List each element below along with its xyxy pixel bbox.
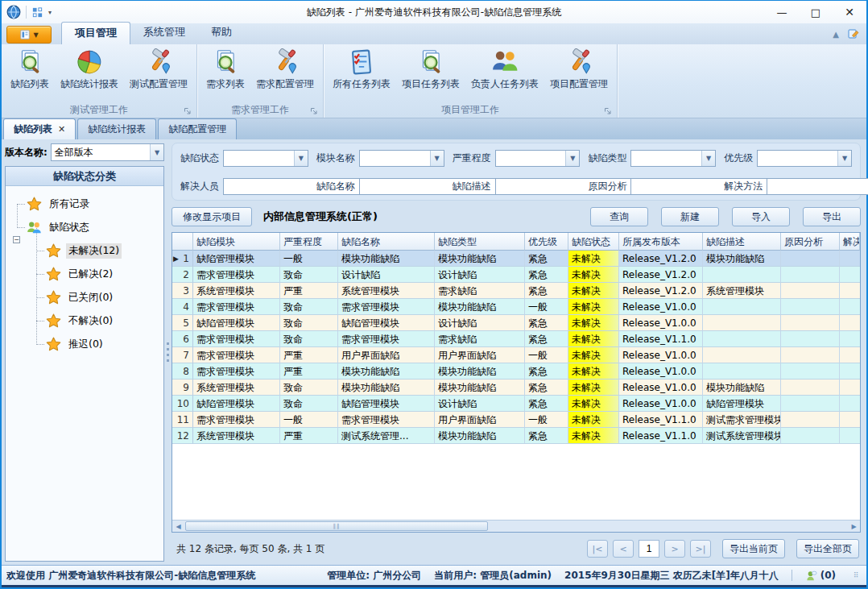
table-row[interactable]: 12系统管理模块严重测试系统管理...模块功能缺陷紧急未解决Release_V1… bbox=[172, 428, 860, 444]
modify-display-items-button[interactable]: 修改显示项目 bbox=[172, 207, 252, 226]
new-button[interactable]: 新建 bbox=[661, 207, 719, 226]
owner-task-list-button[interactable]: 负责人任务列表 bbox=[465, 46, 544, 93]
row-header-cell[interactable]: 4 bbox=[172, 299, 193, 315]
resize-grip[interactable]: ⠿ bbox=[854, 571, 862, 579]
table-row[interactable]: 8需求管理模块严重模块功能缺陷模块功能缺陷紧急未解决Release_V1.0.0 bbox=[172, 363, 860, 380]
table-row[interactable]: 9系统管理模块致命模块功能缺陷模块功能缺陷紧急未解决Release_V1.0.0… bbox=[172, 380, 860, 396]
ribbon-tab-help[interactable]: 帮助 bbox=[198, 22, 245, 44]
chevron-down-icon[interactable]: ▼ bbox=[430, 151, 444, 166]
row-header-cell[interactable]: 2 bbox=[172, 267, 193, 283]
last-page-button[interactable]: >| bbox=[690, 540, 711, 558]
all-task-list-button[interactable]: 所有任务列表 bbox=[327, 46, 396, 93]
table-row[interactable]: 11需求管理模块一般需求管理模块用户界面缺陷一般未解决Release_V1.1.… bbox=[172, 412, 860, 428]
quick-access-grid-icon[interactable] bbox=[31, 6, 43, 19]
requirement-config-management-button[interactable]: 需求配置管理 bbox=[250, 46, 320, 93]
defect-list-button[interactable]: 缺陷列表 bbox=[5, 46, 55, 93]
next-page-button[interactable]: > bbox=[664, 540, 685, 558]
close-tab-icon[interactable]: ✕ bbox=[58, 124, 65, 135]
column-header-0[interactable]: 缺陷模块 bbox=[193, 233, 280, 251]
test-config-management-button[interactable]: 测试配置管理 bbox=[124, 46, 193, 93]
defect-statistics-report-button[interactable]: 缺陷统计报表 bbox=[55, 46, 124, 93]
prev-page-button[interactable]: < bbox=[613, 540, 634, 558]
tree-item-wont-fix[interactable]: 不解决(0) bbox=[6, 309, 163, 333]
horizontal-scrollbar[interactable]: ◀ ‖‖ ▶ bbox=[172, 520, 860, 532]
ribbon-tab-system-management[interactable]: 系统管理 bbox=[130, 22, 198, 44]
table-row[interactable]: 2需求管理模块致命设计缺陷设计缺陷紧急未解决Release_V1.2.0 bbox=[172, 267, 860, 283]
filter-select-severity[interactable]: ▼ bbox=[495, 150, 581, 167]
filter-select-defect-type[interactable]: ▼ bbox=[630, 150, 716, 167]
import-button[interactable]: 导入 bbox=[732, 207, 790, 226]
filter-select-priority[interactable]: ▼ bbox=[757, 150, 852, 167]
row-header-cell[interactable]: 1▶ bbox=[172, 251, 193, 267]
chevron-down-icon[interactable]: ▼ bbox=[837, 151, 851, 166]
app-menu-button[interactable]: ▼ bbox=[6, 26, 52, 44]
query-button[interactable]: 查询 bbox=[590, 207, 648, 226]
tree-item-unresolved[interactable]: 未解决(12) bbox=[6, 239, 163, 263]
page-number-input[interactable] bbox=[639, 540, 659, 558]
column-header-7[interactable]: 缺陷描述 bbox=[703, 233, 781, 251]
tree-item-resolved[interactable]: 已解决(2) bbox=[6, 263, 163, 286]
row-header-cell[interactable]: 3 bbox=[172, 283, 193, 299]
row-header-cell[interactable]: 5 bbox=[172, 315, 193, 331]
first-page-button[interactable]: |< bbox=[587, 540, 608, 558]
table-row[interactable]: 10缺陷管理模块致命缺陷管理模块设计缺陷紧急未解决Release_V1.0.0缺… bbox=[172, 396, 860, 412]
splitter-handle[interactable] bbox=[164, 139, 172, 565]
column-header-3[interactable]: 缺陷类型 bbox=[435, 233, 525, 251]
project-task-list-button[interactable]: 项目任务列表 bbox=[396, 46, 465, 93]
row-header-cell[interactable]: 9 bbox=[172, 380, 193, 396]
tree-item-defect-status[interactable]: 缺陷状态 bbox=[6, 216, 163, 239]
table-row[interactable]: 1▶缺陷管理模块一般模块功能缺陷模块功能缺陷紧急未解决Release_V1.2.… bbox=[172, 251, 860, 267]
row-header-cell[interactable]: 10 bbox=[172, 396, 193, 412]
scrollbar-thumb[interactable]: ‖‖ bbox=[185, 521, 488, 531]
minimize-button[interactable]: — bbox=[765, 1, 799, 23]
row-header-cell[interactable]: 6 bbox=[172, 331, 193, 347]
table-row[interactable]: 5缺陷管理模块致命缺陷管理模块设计缺陷紧急未解决Release_V1.0.0 bbox=[172, 315, 860, 331]
chevron-down-icon[interactable]: ▼ bbox=[701, 151, 715, 166]
dialog-launcher-icon[interactable] bbox=[310, 106, 318, 114]
row-header-cell[interactable]: 8 bbox=[172, 363, 193, 380]
ribbon-tab-project-management[interactable]: 项目管理 bbox=[61, 22, 130, 44]
column-header-8[interactable]: 原因分析 bbox=[781, 233, 840, 251]
requirement-list-button[interactable]: 需求列表 bbox=[200, 46, 250, 93]
column-header-1[interactable]: 严重程度 bbox=[280, 233, 338, 251]
quick-access-dropdown-icon[interactable]: ▾ bbox=[48, 9, 52, 16]
column-header-5[interactable]: 缺陷状态 bbox=[568, 233, 619, 251]
column-header-4[interactable]: 优先级 bbox=[525, 233, 568, 251]
doc-tab-defect-statistics-report[interactable]: 缺陷统计报表 bbox=[77, 118, 156, 139]
table-row[interactable]: 7需求管理模块严重用户界面缺陷用户界面缺陷一般未解决Release_V1.0.0 bbox=[172, 347, 860, 363]
dialog-launcher-icon[interactable] bbox=[604, 106, 612, 114]
row-header-cell[interactable]: 12 bbox=[172, 428, 193, 444]
tree-item-postponed[interactable]: 推迟(0) bbox=[6, 333, 163, 356]
filter-select-defect-status[interactable]: ▼ bbox=[223, 150, 308, 167]
style-help-icon[interactable] bbox=[847, 27, 860, 40]
export-all-pages-button[interactable]: 导出全部页 bbox=[796, 539, 859, 558]
doc-tab-defect-list[interactable]: 缺陷列表✕ bbox=[3, 118, 76, 139]
version-select[interactable]: 全部版本 ▼ bbox=[51, 143, 164, 161]
chevron-down-icon[interactable]: ▼ bbox=[150, 144, 163, 160]
column-header-6[interactable]: 所属发布版本 bbox=[619, 233, 703, 251]
chevron-down-icon[interactable]: ▼ bbox=[294, 151, 308, 166]
column-header-2[interactable]: 缺陷名称 bbox=[338, 233, 435, 251]
export-current-page-button[interactable]: 导出当前页 bbox=[722, 539, 785, 558]
table-row[interactable]: 3系统管理模块严重系统管理模块需求缺陷紧急未解决Release_V1.2.0系统… bbox=[172, 283, 860, 299]
column-header-9[interactable]: 解决 bbox=[840, 233, 860, 251]
scroll-left-icon[interactable]: ◀ bbox=[172, 521, 184, 532]
doc-tab-defect-config-management[interactable]: 缺陷配置管理 bbox=[158, 118, 237, 139]
project-config-management-button[interactable]: 项目配置管理 bbox=[544, 46, 614, 93]
chevron-down-icon[interactable]: ▼ bbox=[565, 151, 579, 166]
table-row[interactable]: 6需求管理模块致命需求管理模块需求缺陷紧急未解决Release_V1.1.0 bbox=[172, 331, 860, 347]
scroll-right-icon[interactable]: ▶ bbox=[848, 521, 860, 532]
message-indicator[interactable]: (0) bbox=[805, 570, 836, 582]
row-header-cell[interactable]: 7 bbox=[172, 347, 193, 363]
tree-item-all-records[interactable]: 所有记录 bbox=[6, 193, 163, 216]
close-button[interactable]: ✕ bbox=[833, 1, 866, 23]
table-row[interactable]: 4需求管理模块致命需求管理模块模块功能缺陷一般未解决Release_V1.0.0 bbox=[172, 299, 860, 315]
maximize-button[interactable]: □ bbox=[799, 1, 833, 23]
row-header-cell[interactable]: 11 bbox=[172, 412, 193, 428]
export-button[interactable]: 导出 bbox=[803, 207, 861, 226]
filter-select-module-name[interactable]: ▼ bbox=[359, 150, 444, 167]
collapse-ribbon-icon[interactable]: ▲ bbox=[833, 30, 839, 39]
filter-input-solution[interactable] bbox=[767, 178, 868, 195]
dialog-launcher-icon[interactable] bbox=[184, 106, 192, 114]
tree-item-closed[interactable]: 已关闭(0) bbox=[6, 286, 163, 309]
